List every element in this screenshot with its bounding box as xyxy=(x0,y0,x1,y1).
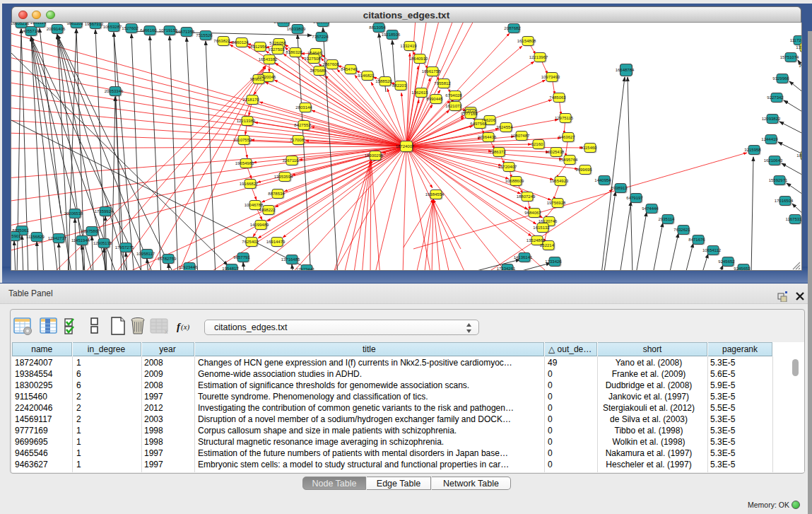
svg-text:3875685: 3875685 xyxy=(310,69,326,73)
svg-text:13353594: 13353594 xyxy=(274,175,293,179)
svg-text:16782759: 16782759 xyxy=(158,257,177,261)
svg-text:12093822: 12093822 xyxy=(762,117,781,121)
svg-text:9463627: 9463627 xyxy=(558,135,575,139)
svg-text:18640910: 18640910 xyxy=(409,57,428,61)
svg-text:9777169: 9777169 xyxy=(461,112,478,116)
svg-text:3267110: 3267110 xyxy=(283,158,300,163)
svg-text:9699695: 9699695 xyxy=(575,168,592,172)
svg-text:1954817: 1954817 xyxy=(222,267,239,270)
svg-text:1063309: 1063309 xyxy=(273,23,290,24)
svg-text:12905135: 12905135 xyxy=(93,241,112,245)
svg-text:16120746: 16120746 xyxy=(539,219,558,223)
svg-text:17359924: 17359924 xyxy=(95,209,114,214)
svg-text:252214: 252214 xyxy=(540,243,555,247)
svg-text:8660124: 8660124 xyxy=(232,40,249,45)
svg-text:15751074: 15751074 xyxy=(780,55,799,59)
svg-text:10958117: 10958117 xyxy=(136,252,155,256)
svg-text:11451944: 11451944 xyxy=(71,238,90,243)
svg-text:1244419: 1244419 xyxy=(761,137,778,141)
svg-text:8878534: 8878534 xyxy=(268,192,285,196)
svg-text:16648784: 16648784 xyxy=(616,68,635,72)
svg-text:1615132: 1615132 xyxy=(533,226,550,230)
svg-text:15592971: 15592971 xyxy=(769,178,788,182)
svg-text:6794028: 6794028 xyxy=(445,93,462,98)
svg-text:14055714: 14055714 xyxy=(20,29,40,33)
svg-text:10653287: 10653287 xyxy=(103,25,122,29)
svg-text:13524861: 13524861 xyxy=(526,238,546,243)
svg-text:8912954: 8912954 xyxy=(250,45,267,49)
svg-text:12923441: 12923441 xyxy=(296,267,315,270)
svg-text:7357224: 7357224 xyxy=(312,35,329,39)
svg-text:16914479: 16914479 xyxy=(266,240,286,244)
svg-text:8835061: 8835061 xyxy=(12,228,29,233)
svg-text:1822031: 1822031 xyxy=(796,153,801,158)
svg-text:8471676: 8471676 xyxy=(688,238,705,242)
svg-text:989012: 989012 xyxy=(250,77,265,81)
svg-text:10688609: 10688609 xyxy=(505,179,524,183)
svg-text:1961124: 1961124 xyxy=(30,23,47,25)
svg-text:6497568: 6497568 xyxy=(470,122,487,126)
svg-text:4498222: 4498222 xyxy=(259,208,276,212)
svg-text:13716485: 13716485 xyxy=(281,257,300,262)
svg-text:17334261: 17334261 xyxy=(497,267,516,270)
svg-text:9115460: 9115460 xyxy=(581,146,598,150)
svg-text:7632621: 7632621 xyxy=(673,228,690,232)
svg-text:717008: 717008 xyxy=(290,138,305,142)
svg-text:2803144: 2803144 xyxy=(295,105,312,110)
svg-text:1332419: 1332419 xyxy=(400,44,417,48)
svg-text:12213967: 12213967 xyxy=(529,55,548,59)
svg-text:9684067: 9684067 xyxy=(524,211,541,215)
svg-text:8813054: 8813054 xyxy=(369,25,386,30)
svg-text:6479197: 6479197 xyxy=(626,196,643,200)
svg-text:7986372: 7986372 xyxy=(489,150,506,154)
svg-text:1621072: 1621072 xyxy=(445,104,462,108)
svg-text:12213382: 12213382 xyxy=(237,119,256,123)
svg-text:18724007: 18724007 xyxy=(396,144,415,148)
svg-text:19654985: 19654985 xyxy=(235,161,254,165)
svg-text:11156829: 11156829 xyxy=(26,235,45,239)
svg-text:1332541: 1332541 xyxy=(796,45,801,49)
svg-text:9327503: 9327503 xyxy=(268,47,285,52)
svg-text:882203: 882203 xyxy=(392,83,407,88)
svg-text:17957275: 17957275 xyxy=(115,245,134,250)
svg-text:1117205: 1117205 xyxy=(790,38,801,42)
svg-text:19166827: 19166827 xyxy=(240,182,259,186)
svg-text:2718170: 2718170 xyxy=(242,98,259,102)
svg-text:19654923: 19654923 xyxy=(550,179,569,183)
svg-text:20091406: 20091406 xyxy=(47,27,66,31)
svg-text:6466160: 6466160 xyxy=(140,28,157,33)
svg-text:9227342: 9227342 xyxy=(767,95,784,100)
svg-text:154646: 154646 xyxy=(307,51,322,55)
svg-text:1362615: 1362615 xyxy=(411,90,428,95)
svg-text:9146821: 9146821 xyxy=(358,74,375,78)
svg-text:20364436: 20364436 xyxy=(478,135,497,139)
svg-text:9861103: 9861103 xyxy=(67,23,84,25)
svg-text:8454749: 8454749 xyxy=(341,67,358,71)
svg-text:15720407: 15720407 xyxy=(498,165,517,169)
svg-text:7663822: 7663822 xyxy=(213,39,230,43)
svg-text:2087682: 2087682 xyxy=(504,26,521,30)
svg-text:10807487: 10807487 xyxy=(511,134,530,138)
svg-text:62160: 62160 xyxy=(531,142,543,146)
svg-text:15495764: 15495764 xyxy=(559,158,578,162)
svg-text:12942737: 12942737 xyxy=(48,236,67,240)
svg-text:19384554: 19384554 xyxy=(425,192,445,197)
svg-text:1664092: 1664092 xyxy=(799,64,801,68)
svg-text:8427552: 8427552 xyxy=(294,123,311,127)
svg-text:9657791: 9657791 xyxy=(233,255,250,259)
svg-text:20053346: 20053346 xyxy=(105,89,124,93)
svg-text:8186328: 8186328 xyxy=(286,50,302,54)
svg-text:16605216: 16605216 xyxy=(11,23,30,25)
svg-text:12923446: 12923446 xyxy=(179,265,198,269)
svg-text:(x): (x) xyxy=(181,322,190,332)
svg-text:18300295: 18300295 xyxy=(365,153,384,158)
svg-text:16154808: 16154808 xyxy=(517,39,536,43)
svg-text:7515526: 7515526 xyxy=(196,33,213,37)
svg-text:16033809: 16033809 xyxy=(287,27,306,31)
svg-text:33975867: 33975867 xyxy=(81,229,100,233)
svg-text:8103309: 8103309 xyxy=(313,23,330,24)
svg-text:17016504: 17016504 xyxy=(775,199,794,203)
svg-text:14136141: 14136141 xyxy=(514,255,533,259)
svg-text:2867608: 2867608 xyxy=(322,62,339,66)
svg-text:9474444: 9474444 xyxy=(642,206,659,211)
